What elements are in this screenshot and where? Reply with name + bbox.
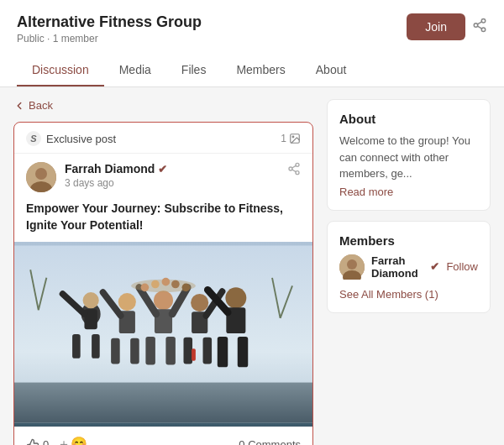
svg-rect-25 [92,334,100,359]
svg-point-56 [347,259,357,270]
svg-rect-45 [218,337,228,367]
avatar [26,162,56,192]
page-header: Alternative Fitness Group Public · 1 mem… [0,0,504,87]
svg-point-8 [35,168,47,180]
svg-point-49 [141,284,150,292]
tab-files[interactable]: Files [166,55,222,86]
group-subtitle: Public · 1 member [17,33,202,44]
svg-point-51 [162,278,171,286]
back-link[interactable]: Back [13,99,313,112]
tab-members[interactable]: Members [221,55,300,86]
svg-point-53 [182,284,191,292]
post-card-header: S Exclusive post 1 [14,123,312,154]
svg-line-3 [477,26,481,29]
about-text: Welcome to the group! You can connect wi… [339,133,478,182]
post-card: S Exclusive post 1 [13,122,313,445]
content-area: Back S Exclusive post 1 [0,87,504,445]
tab-discussion[interactable]: Discussion [17,55,104,86]
like-area: 0 ＋😊 [26,436,87,445]
svg-line-4 [477,21,481,24]
follow-button[interactable]: Follow [446,260,478,273]
like-count: 0 [43,438,49,445]
back-label: Back [29,99,53,112]
svg-rect-34 [145,337,155,365]
group-info: Alternative Fitness Group Public · 1 mem… [17,13,202,44]
member-avatar [339,254,365,280]
svg-rect-35 [165,337,176,365]
verified-icon: ✔ [158,163,167,175]
comments-count: 0 Comments [239,438,301,445]
svg-rect-46 [238,337,248,367]
svg-point-22 [83,292,99,308]
svg-line-14 [292,165,297,168]
svg-point-43 [225,288,246,309]
svg-point-50 [151,280,160,289]
svg-line-13 [292,170,297,172]
svg-point-32 [154,291,173,310]
post-footer: 0 ＋😊 0 Comments [14,427,312,445]
post-meta-right: 1 [281,133,301,144]
members-title: Members [339,233,478,248]
image-count: 1 [281,133,301,144]
author-info: Farrah Diamond ✔ 3 days ago [26,162,167,192]
svg-rect-16 [14,383,312,423]
share-icon[interactable] [472,18,487,37]
exclusive-icon: S [26,131,41,146]
nav-tabs: Discussion Media Files Members About [17,55,487,86]
join-button[interactable]: Join [407,13,465,40]
members-section: Members Farrah Diamond ✔ Follow See All … [327,221,491,313]
svg-rect-30 [130,338,139,364]
read-more-link[interactable]: Read more [339,186,478,198]
member-name: Farrah Diamond ✔ [371,254,439,280]
svg-rect-29 [111,338,120,364]
svg-rect-24 [72,334,81,359]
sidebar: About Welcome to the group! You can conn… [327,99,491,445]
about-title: About [339,112,478,126]
image-count-number: 1 [281,133,286,144]
like-button[interactable]: 0 [26,438,49,445]
tab-about[interactable]: About [301,55,362,86]
exclusive-label: Exclusive post [46,133,116,145]
svg-rect-54 [192,348,196,360]
member-verified-icon: ✔ [430,260,439,273]
tab-media[interactable]: Media [104,55,166,86]
about-section: About Welcome to the group! You can conn… [327,99,491,211]
post-image [14,242,312,427]
post-time: 3 days ago [65,177,167,189]
svg-rect-40 [183,338,192,364]
post-title: Empower Your Journey: Subscribe to Fitne… [14,197,312,242]
post-author-row: Farrah Diamond ✔ 3 days ago [14,154,312,197]
member-row: Farrah Diamond ✔ Follow [339,254,478,280]
group-name: Alternative Fitness Group [17,13,202,31]
svg-point-52 [171,280,180,289]
author-name: Farrah Diamond ✔ [65,162,167,175]
emoji-button[interactable]: ＋😊 [57,436,87,445]
post-share-icon[interactable] [287,162,301,179]
exclusive-badge: S Exclusive post [26,131,116,146]
svg-rect-41 [203,338,213,364]
svg-point-6 [292,136,294,138]
main-column: Back S Exclusive post 1 [13,99,313,445]
svg-point-27 [118,293,136,311]
see-all-members-link[interactable]: See All Members (1) [339,288,478,301]
svg-point-38 [191,294,208,312]
